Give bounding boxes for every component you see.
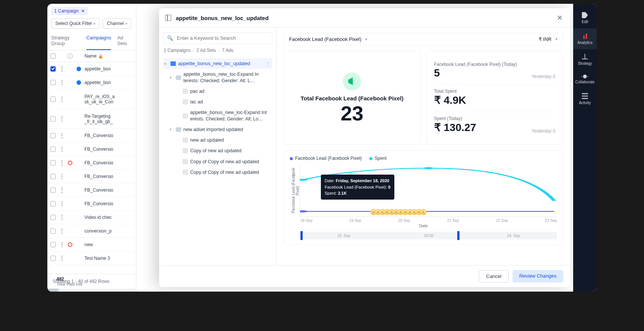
rail-analytics[interactable]: Analytics xyxy=(573,28,597,49)
kebab-icon[interactable] xyxy=(61,242,63,247)
tree-ad[interactable]: pac ad xyxy=(163,86,272,97)
kebab-icon[interactable] xyxy=(61,174,63,179)
ad-icon xyxy=(183,137,188,143)
tree-ad[interactable]: lac ad xyxy=(163,97,272,107)
tree-ad[interactable]: Copy of Copy of new ad updated xyxy=(163,156,272,167)
tree-ad[interactable]: new ad updated xyxy=(163,135,272,145)
facebook-icon xyxy=(77,67,81,71)
kebab-icon[interactable] xyxy=(61,187,63,193)
quick-filter-dropdown[interactable]: Select Quick Filter ▾ xyxy=(51,18,100,29)
chart-plot[interactable]: 2k 0 ⚠⚠⚠⚠⚠⚠⚠⚠⚠⚠⚠⚠ xyxy=(300,164,557,217)
table-row[interactable]: Video id chec xyxy=(47,211,136,224)
tree-ad[interactable]: Copy of Copy of new ad updated xyxy=(163,167,272,178)
rail-strategy[interactable]: Strategy xyxy=(573,49,597,70)
row-checkbox[interactable] xyxy=(50,147,56,152)
kebab-icon[interactable] xyxy=(61,215,63,220)
tree-search[interactable]: 🔍 xyxy=(163,32,272,44)
facebook-icon xyxy=(77,80,81,85)
rail-activity[interactable]: Activity xyxy=(573,89,597,109)
kebab-icon[interactable] xyxy=(61,228,63,234)
table-row[interactable]: PAY_re_iOS_a sk_uk_ie_Con xyxy=(47,89,136,109)
table-row[interactable]: appetite_bon xyxy=(47,76,136,89)
table-row[interactable]: Test Name 3 xyxy=(47,251,136,265)
row-checkbox[interactable] xyxy=(50,256,56,261)
row-checkbox[interactable] xyxy=(50,80,56,85)
kebab-icon[interactable] xyxy=(61,66,63,72)
warning-icon xyxy=(68,161,72,165)
ad-icon xyxy=(183,113,188,119)
row-checkbox[interactable] xyxy=(50,201,56,206)
chevron-down-icon[interactable]: ▾ xyxy=(164,62,168,66)
analytics-pane: Facebook Lead (Facebook Pixel) ▾ ₹ INR ▾… xyxy=(277,28,570,265)
rail-collaborate[interactable]: Collaborate xyxy=(573,70,597,89)
tab-campaigns[interactable]: Campaigns xyxy=(86,32,111,50)
chevron-down-icon[interactable]: ▾ xyxy=(170,75,174,80)
megaphone-icon xyxy=(348,78,356,85)
tree-adset[interactable]: ▾ new adset imported updated xyxy=(163,124,272,135)
close-icon[interactable]: ✕ xyxy=(81,8,85,14)
kebab-icon[interactable] xyxy=(61,133,63,138)
ad-icon xyxy=(183,99,188,105)
row-checkbox[interactable] xyxy=(50,215,56,220)
row-checkbox[interactable] xyxy=(50,228,56,234)
table-row[interactable]: FB_Conversio xyxy=(47,197,136,211)
table-row[interactable]: FB_Conversio xyxy=(47,142,136,156)
row-name: appetite_bon xyxy=(83,66,136,72)
tag-icon xyxy=(582,12,588,18)
kebab-icon[interactable] xyxy=(61,80,63,85)
rail-edit[interactable]: Edit xyxy=(573,8,597,28)
legend-spent: Spent xyxy=(369,156,386,161)
table-row[interactable]: FB_Conversio xyxy=(47,170,136,183)
date-range-slider[interactable]: 18. Sep 16:00 24. Sep xyxy=(300,232,557,239)
filter-chip[interactable]: 1 Campaign ✕ xyxy=(51,7,88,15)
horizontal-scrollbar[interactable] xyxy=(47,289,136,292)
row-checkbox[interactable] xyxy=(50,242,56,247)
select-all-checkbox[interactable] xyxy=(50,53,56,59)
tab-strategy-group[interactable]: Strategy Group xyxy=(51,32,80,50)
kebab-icon[interactable] xyxy=(61,147,63,152)
row-name: PAY_re_iOS_a sk_uk_ie_Con xyxy=(83,94,136,105)
ad-icon xyxy=(183,89,188,94)
scale-icon xyxy=(582,54,588,60)
kebab-icon[interactable]: ⋮ xyxy=(266,61,271,67)
chevron-down-icon[interactable]: ▾ xyxy=(170,127,174,131)
row-checkbox[interactable] xyxy=(50,160,56,166)
kebab-icon[interactable] xyxy=(61,201,63,206)
row-checkbox[interactable] xyxy=(50,66,56,72)
kebab-icon[interactable] xyxy=(61,97,63,102)
row-checkbox[interactable] xyxy=(50,187,56,193)
tab-ad-sets[interactable]: Ad Sets xyxy=(117,32,132,50)
cancel-button[interactable]: Cancel xyxy=(479,270,508,283)
y-axis-label: Facebook Lead (Facebook Pixel) xyxy=(290,164,300,217)
table-row[interactable]: conversion_p xyxy=(47,224,136,238)
review-changes-button[interactable]: Review Changes xyxy=(513,270,563,283)
table-row[interactable]: Re-Targeting _fr_it_slk_gb_ xyxy=(47,109,136,129)
kebab-icon[interactable] xyxy=(61,116,63,122)
currency-dropdown[interactable]: ₹ INR ▾ xyxy=(539,36,558,42)
channel-dropdown[interactable]: Channel ▾ xyxy=(103,18,131,29)
row-checkbox[interactable] xyxy=(50,116,56,122)
table-row[interactable]: FB_Conversio xyxy=(47,183,136,197)
row-checkbox[interactable] xyxy=(50,97,56,102)
row-checkbox[interactable] xyxy=(50,133,56,138)
row-checkbox[interactable] xyxy=(50,174,56,179)
kebab-icon[interactable] xyxy=(61,160,63,166)
tree-adset[interactable]: ▾ appetite_bonus_new_loc-Expand In teres… xyxy=(163,69,272,86)
table-row[interactable]: new xyxy=(47,238,136,251)
tree-ad[interactable]: appetite_bonus_new_loc-Expand Int erests… xyxy=(163,107,272,124)
kebab-icon[interactable] xyxy=(61,256,63,261)
table-row[interactable]: appetite_bon xyxy=(47,62,136,76)
metric-dropdown[interactable]: Facebook Lead (Facebook Pixel) ▾ xyxy=(289,36,367,42)
column-header-name[interactable]: Name 🔒 xyxy=(83,53,136,59)
table-row[interactable]: FB_Conversio xyxy=(47,129,136,142)
warning-icon xyxy=(68,242,72,247)
row-name: new xyxy=(83,242,136,247)
tree-campaign-root[interactable]: ▾ appetite_bonus_new_loc_updated ⋮ xyxy=(163,58,272,69)
close-button[interactable]: ✕ xyxy=(555,12,564,23)
tree-ad[interactable]: Copy of new ad updated xyxy=(163,145,272,156)
chart-tooltip: Date: Friday, September 18, 2020 Faceboo… xyxy=(321,175,394,200)
search-input[interactable] xyxy=(176,35,268,41)
table-row[interactable]: FB_Conversio xyxy=(47,156,136,170)
lock-icon: 🔒 xyxy=(98,54,103,59)
row-name: FB_Conversio xyxy=(83,187,136,193)
